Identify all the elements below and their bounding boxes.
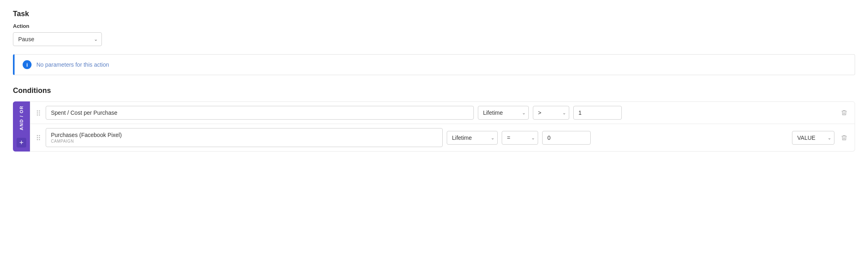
drag-handle[interactable]: [35, 109, 42, 117]
drag-dot: [39, 139, 40, 140]
value-input-row1[interactable]: [573, 106, 622, 120]
operator-select-wrapper-row2: = > < >= <= != ⌄: [502, 131, 538, 145]
drag-dot: [37, 135, 38, 136]
time-window-select-row1[interactable]: Lifetime Today Last 7 days Last 30 days: [478, 106, 529, 120]
conditions-wrapper: AND / OR + S: [13, 101, 855, 152]
condition-row-2: Purchases (Facebook Pixel) CAMPAIGN Life…: [30, 124, 855, 152]
trash-icon-row1: [841, 109, 847, 116]
drag-handle-row2[interactable]: [35, 133, 42, 142]
page-container: Task Action Pause Resume Enable Disable …: [0, 0, 868, 259]
condition-field-row2: Purchases (Facebook Pixel) CAMPAIGN: [46, 128, 443, 147]
field-content-row2: Purchases (Facebook Pixel) CAMPAIGN: [51, 132, 437, 143]
condition-field-row1: Spent / Cost per Purchase: [46, 106, 474, 120]
time-window-select-row2[interactable]: Lifetime Today Last 7 days Last 30 days: [447, 131, 498, 145]
value-type-select-row2[interactable]: VALUE BUDGET METRIC: [792, 131, 834, 145]
operator-select-row1[interactable]: > < = >= <= !=: [533, 106, 569, 120]
info-icon: i: [23, 60, 32, 69]
drag-dot: [39, 112, 40, 114]
drag-dots-row2: [37, 135, 40, 140]
delete-condition-button-row1[interactable]: [838, 107, 850, 118]
operator-select-wrapper-row1: > < = >= <= != ⌄: [533, 106, 569, 120]
drag-dot: [37, 137, 38, 138]
info-banner: i No parameters for this action: [13, 54, 855, 75]
and-or-label: AND / OR: [19, 105, 24, 131]
drag-dot: [37, 139, 38, 140]
drag-dot: [39, 137, 40, 138]
conditions-title: Conditions: [13, 86, 855, 95]
field-main-text-row1: Spent / Cost per Purchase: [51, 109, 469, 116]
delete-condition-button-row2[interactable]: [838, 132, 850, 143]
field-content-row1: Spent / Cost per Purchase: [51, 109, 469, 116]
drag-dots: [37, 110, 40, 116]
value-input-row2[interactable]: [542, 131, 591, 145]
trash-icon-row2: [841, 135, 847, 141]
action-select-wrapper: Pause Resume Enable Disable ⌄: [13, 32, 102, 46]
field-main-text-row2: Purchases (Facebook Pixel): [51, 132, 437, 138]
time-window-select-wrapper-row2: Lifetime Today Last 7 days Last 30 days …: [447, 131, 498, 145]
drag-dot: [39, 135, 40, 136]
field-sub-text-row2: CAMPAIGN: [51, 139, 437, 143]
drag-dot: [39, 110, 40, 112]
action-label: Action: [13, 23, 855, 29]
operator-select-row2[interactable]: = > < >= <= !=: [502, 131, 538, 145]
and-or-sidebar: AND / OR +: [13, 101, 30, 152]
condition-row: Spent / Cost per Purchase Lifetime Today…: [30, 101, 855, 124]
value-type-select-wrapper-row2: VALUE BUDGET METRIC ⌄: [792, 131, 834, 145]
info-banner-text: No parameters for this action: [36, 61, 109, 68]
conditions-rows: Spent / Cost per Purchase Lifetime Today…: [30, 101, 855, 152]
add-condition-button[interactable]: +: [17, 138, 26, 147]
time-window-select-wrapper-row1: Lifetime Today Last 7 days Last 30 days …: [478, 106, 529, 120]
drag-dot: [37, 114, 38, 116]
drag-dot: [37, 112, 38, 114]
drag-dot: [39, 114, 40, 116]
task-title: Task: [13, 10, 855, 18]
action-select[interactable]: Pause Resume Enable Disable: [13, 32, 102, 46]
drag-dot: [37, 110, 38, 112]
